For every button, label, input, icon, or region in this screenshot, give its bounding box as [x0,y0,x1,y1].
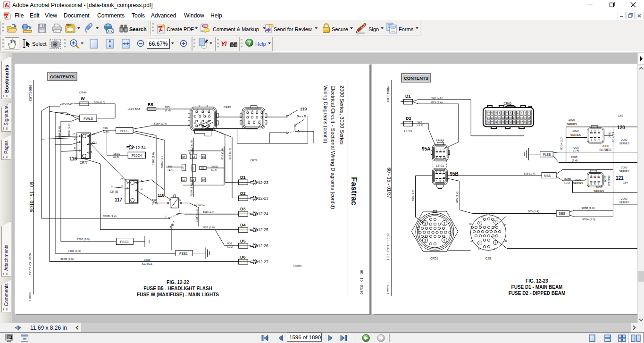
svg-text:+3: +3 [92,141,95,144]
svg-text:C83: C83 [618,114,624,117]
svg-text:4: 4 [479,242,481,244]
svg-text:60 - 15 - 01/36: 60 - 15 - 01/36 [29,182,34,212]
svg-text:2000: 2000 [621,166,627,169]
svg-text:839 (1.4): 839 (1.4) [221,148,224,159]
svg-text:836 (1.4): 836 (1.4) [411,190,414,201]
svg-text:D1: D1 [405,94,411,99]
svg-text:4: 4 [209,113,211,116]
svg-text:806A (1.0): 806A (1.0) [560,136,563,150]
svg-text:DBS: DBS [559,212,566,215]
svg-text:4: 4 [436,179,437,182]
svg-text:8020 - CA 2.23.1: 8020 - CA 2.23.1 [386,234,390,260]
svg-text:D4: D4 [240,223,246,227]
svg-text:117: 117 [115,197,123,202]
svg-text:3000: 3000 [575,178,581,181]
svg-text:838A (1.4): 838A (1.4) [154,122,167,125]
svg-text:24: 24 [487,117,490,119]
svg-text:360D: 360D [211,165,218,168]
svg-text:14: 14 [194,122,196,124]
svg-text:CR73: CR73 [436,138,444,142]
svg-text:MBS: MBS [544,174,551,177]
svg-text:700B: 700B [571,156,577,159]
svg-text:D5: D5 [240,239,246,243]
svg-text:CR43: CR43 [224,106,231,109]
svg-text:32: 32 [502,121,505,124]
svg-text:5: 5 [170,226,171,228]
svg-text:10: 10 [494,112,497,115]
svg-text:2000: 2000 [595,186,602,189]
svg-text:118: 118 [158,193,165,198]
svg-text:(1.4): (1.4) [165,109,171,112]
svg-text:3000: 3000 [572,129,579,132]
svg-text:FUSE W (MAXIFUSE) - MAIN LIGHT: FUSE W (MAXIFUSE) - MAIN LIGHTS [137,292,219,297]
svg-text:2: 2 [165,215,167,218]
svg-text:12-23: 12-23 [258,196,268,201]
svg-text:904: 904 [418,120,423,123]
svg-text:98041103: 98041103 [29,85,32,101]
svg-text:11: 11 [491,112,493,115]
svg-text:PES1: PES1 [179,252,188,255]
svg-text:116: 116 [69,156,77,161]
svg-text:bb: bb [481,215,484,218]
svg-text:2000: 2000 [602,144,609,148]
svg-text:13: 13 [200,122,202,124]
svg-text:710R (1.0): 710R (1.0) [195,209,198,222]
svg-text:D1: D1 [240,175,246,180]
svg-text:12: 12 [206,122,209,124]
svg-text:95A: 95A [422,146,430,151]
svg-text:806: 806 [167,165,173,168]
svg-text:hh: hh [503,223,506,226]
svg-text:CONTENTS: CONTENTS [50,74,75,79]
svg-text:2: 2 [443,222,445,225]
svg-text:CR65: CR65 [504,102,512,105]
svg-text:14: 14 [259,119,261,122]
svg-text:(0.6): (0.6) [113,156,119,159]
svg-text:B5: B5 [148,102,153,107]
svg-text:3: 3 [521,112,522,115]
svg-text:A309680: A309680 [293,265,302,267]
svg-text:905A (1.0): 905A (1.0) [582,218,595,221]
svg-text:2: 2 [440,171,441,174]
svg-text:12-27: 12-27 [258,259,268,264]
svg-text:1: 1 [528,112,530,115]
svg-text:60 - 15 - 01/36: 60 - 15 - 01/36 [360,270,364,295]
svg-text:P15C4: P15C4 [132,154,142,157]
svg-text:19: 19 [506,117,509,119]
svg-text:SERIES: SERIES [142,262,152,265]
svg-text:812: 812 [152,199,157,201]
svg-text:160C: 160C [113,152,120,155]
svg-text:8: 8 [179,210,180,213]
svg-text:+8: +8 [139,179,143,182]
svg-text:12-26: 12-26 [258,243,268,248]
svg-text:CR79: CR79 [404,129,412,133]
svg-text:28: 28 [517,121,519,124]
svg-text:(1.4): (1.4) [211,168,217,171]
svg-text:2000: 2000 [569,118,575,121]
svg-text:838C (1.0): 838C (1.0) [160,155,163,168]
svg-text:15: 15 [520,117,523,119]
svg-text:13: 13 [527,117,530,119]
svg-text:3: 3 [424,239,426,242]
svg-text:D3: D3 [240,207,246,211]
svg-text:98041103: 98041103 [386,86,390,102]
svg-text:5: 5 [440,157,441,159]
svg-text:SERIES: SERIES [573,182,583,184]
svg-text:SERIES: SERIES [608,176,611,186]
svg-text:35: 35 [491,121,493,124]
svg-text:26: 26 [524,121,527,124]
svg-text:12-34: 12-34 [135,145,146,150]
svg-text:CR46: CR46 [79,91,87,94]
svg-text:20: 20 [502,117,505,119]
svg-text:1: 1 [443,149,445,152]
svg-text:-7: -7 [72,133,75,135]
svg-text:3000: 3000 [604,176,607,182]
svg-text:SERIES: SERIES [599,148,611,151]
svg-text:E5: E5 [191,167,194,170]
svg-text:(1.0): (1.0) [152,202,158,205]
svg-text:Wiring Diagrams (cont'd): Wiring Diagrams (cont'd) [323,85,328,143]
svg-text:Issue 1: Issue 1 [386,285,389,295]
svg-text:(1.4): (1.4) [572,159,577,162]
svg-text:D2: D2 [240,191,246,196]
svg-text:3: 3 [436,149,438,152]
svg-text:+9: +9 [92,133,95,135]
